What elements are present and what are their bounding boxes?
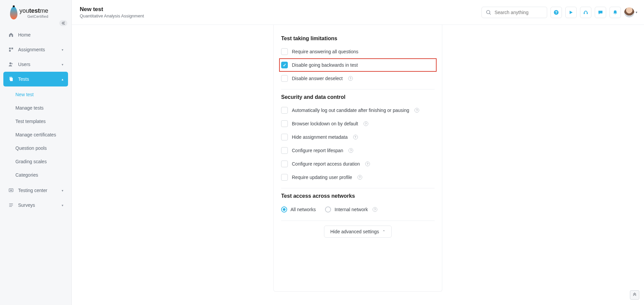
assignments-icon [8, 47, 14, 52]
radio-internal-network[interactable]: Internal network ? [325, 206, 377, 212]
divider [281, 89, 435, 89]
testing-center-icon [8, 188, 14, 193]
opt-report-access-duration: Configure report access duration ? [281, 157, 435, 171]
chevron-down-icon: ▾ [62, 63, 63, 66]
sidebar-item-surveys[interactable]: Surveys ▾ [3, 198, 68, 212]
logo-row: youtestme GetCertified [0, 4, 71, 25]
tests-icon [8, 76, 14, 82]
search-input[interactable] [495, 10, 553, 15]
topbar: New test Quantitative Analysis Assignmen… [72, 0, 644, 25]
option-label: Require answering all questions [292, 49, 358, 54]
sidebar-sub-question-pools[interactable]: Question pools [12, 141, 68, 155]
notifications-button[interactable] [609, 7, 621, 18]
radio-label: Internal network [334, 207, 368, 212]
checkbox[interactable] [281, 120, 288, 127]
opt-report-lifespan: Configure report lifespan ? [281, 144, 435, 157]
checkbox[interactable] [281, 174, 288, 181]
user-menu[interactable]: ▾ [624, 7, 637, 17]
chevron-up-icon: ⌃ [382, 230, 385, 234]
scroll-to-top-button[interactable] [630, 290, 639, 300]
svg-rect-1 [11, 48, 13, 49]
sidebar-item-tests[interactable]: Tests ▴ [3, 72, 68, 86]
chat-button[interactable] [595, 7, 606, 18]
info-icon[interactable]: ? [364, 121, 368, 126]
opt-require-all-questions: Require answering all questions [281, 45, 435, 58]
info-icon[interactable]: ? [373, 207, 377, 212]
sidebar-item-assignments[interactable]: Assignments ▾ [3, 42, 68, 57]
opt-disable-backwards: Disable going backwards in test [279, 58, 437, 72]
opt-update-profile: Require updating user profile ? [281, 171, 435, 184]
svg-rect-13 [587, 12, 588, 14]
option-label: Configure report access duration [292, 161, 360, 167]
sidebar-sub-test-templates[interactable]: Test templates [12, 115, 68, 128]
page-title: New test [80, 6, 144, 13]
svg-text:?: ? [555, 10, 558, 14]
sidebar-item-home[interactable]: Home [3, 27, 68, 42]
surveys-icon [8, 202, 14, 208]
option-label: Hide assignment metadata [292, 134, 348, 140]
section-title-limitations: Test taking limitations [281, 36, 435, 42]
chevron-up-icon: ▴ [62, 77, 63, 81]
checkbox[interactable] [281, 48, 288, 55]
info-icon[interactable]: ? [365, 162, 370, 166]
section-title-security: Security and data control [281, 94, 435, 100]
content: Test taking limitations Require answerin… [72, 25, 644, 305]
checkbox[interactable] [281, 134, 288, 140]
sidebar-sub-tests: New test Manage tests Test templates Man… [3, 86, 68, 183]
hide-advanced-button[interactable]: Hide advanced settings ⌃ [324, 226, 392, 238]
info-icon[interactable]: ? [353, 135, 358, 139]
option-label: Require updating user profile [292, 175, 352, 180]
sidebar-sub-categories[interactable]: Categories [12, 168, 68, 182]
checkbox[interactable] [281, 75, 288, 82]
sidebar-item-label: Surveys [18, 202, 35, 208]
chevron-down-icon: ▾ [62, 48, 63, 52]
option-label: Configure report lifespan [292, 148, 343, 153]
divider [281, 221, 435, 221]
checkbox[interactable] [281, 161, 288, 167]
play-button[interactable] [565, 7, 577, 18]
sidebar-sub-manage-tests[interactable]: Manage tests [12, 101, 68, 115]
logo[interactable]: youtestme GetCertified [10, 7, 48, 19]
opt-browser-lockdown: Browser lockdown on by default ? [281, 117, 435, 130]
svg-point-3 [9, 62, 11, 64]
sidebar-sub-grading-scales[interactable]: Grading scales [12, 155, 68, 168]
checkbox[interactable] [281, 62, 288, 68]
page-titles: New test Quantitative Analysis Assignmen… [80, 6, 144, 18]
info-icon[interactable]: ? [348, 76, 353, 81]
opt-hide-metadata: Hide assignment metadata ? [281, 130, 435, 144]
info-icon[interactable]: ? [358, 175, 362, 180]
sidebar-collapse-button[interactable] [59, 20, 67, 26]
divider [281, 188, 435, 188]
option-label: Browser lockdown on by default [292, 121, 358, 126]
svg-point-4 [11, 63, 13, 64]
checkbox[interactable] [281, 147, 288, 154]
sidebar-sub-manage-certificates[interactable]: Manage certificates [12, 128, 68, 141]
info-icon[interactable]: ? [348, 148, 353, 153]
search-icon [486, 10, 491, 15]
avatar [624, 7, 634, 17]
info-icon[interactable]: ? [414, 108, 419, 113]
brand-sub: GetCertified [19, 14, 48, 18]
radio-all-networks[interactable]: All networks [281, 206, 316, 212]
sidebar-item-testing-center[interactable]: Testing center ▾ [3, 183, 68, 198]
radio [281, 206, 287, 212]
checkbox[interactable] [281, 107, 288, 114]
option-label: Disable going backwards in test [292, 62, 358, 68]
support-button[interactable] [580, 7, 591, 18]
sidebar-sub-new-test[interactable]: New test [12, 88, 68, 101]
home-icon [8, 32, 14, 38]
sidebar-item-label: Users [18, 62, 30, 67]
settings-card: Test taking limitations Require answerin… [273, 25, 442, 292]
sidebar-item-users[interactable]: Users ▾ [3, 57, 68, 72]
chevron-down-icon: ▾ [636, 10, 637, 14]
sidebar-nav: Home Assignments ▾ Users ▾ Tests ▴ New t… [0, 25, 71, 215]
opt-disable-deselect: Disable answer deselect ? [281, 72, 435, 85]
svg-rect-12 [584, 12, 585, 14]
opt-auto-logout: Automatically log out candidate after fi… [281, 104, 435, 117]
search-box[interactable] [481, 7, 547, 18]
page-subtitle: Quantitative Analysis Assignment [80, 13, 144, 18]
sidebar: youtestme GetCertified Home Assignments … [0, 0, 72, 305]
help-button[interactable]: ? [551, 7, 562, 18]
chevron-down-icon: ▾ [62, 189, 63, 192]
option-label: Disable answer deselect [292, 76, 343, 81]
